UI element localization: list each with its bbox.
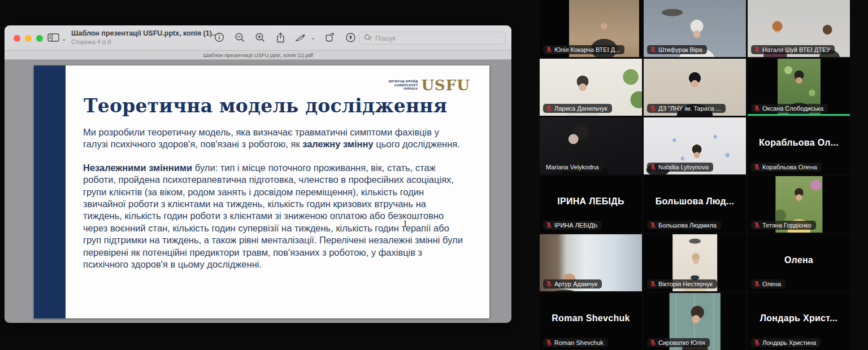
minimize-button[interactable]	[25, 35, 32, 42]
participant-tile[interactable]: Nataliia Lytvynova	[644, 117, 746, 174]
participant-tile[interactable]: Корабльова Ол...Корабльова Олена	[748, 117, 850, 174]
participant-name-text: Корабльова Олена	[762, 164, 817, 170]
share-button[interactable]	[275, 32, 286, 43]
highlight-button[interactable]	[345, 32, 356, 43]
participant-tile[interactable]: Вікторія Нестерчук	[644, 234, 746, 291]
participant-center-name: Roman Shevchuk	[540, 313, 642, 323]
muted-mic-icon	[546, 105, 552, 112]
muted-mic-icon	[650, 105, 656, 112]
muted-mic-icon	[754, 105, 760, 112]
slide-paragraph: Ми розробили теоретичну модель, яка визн…	[83, 126, 465, 151]
participant-tile[interactable]: Наталя Шуй ВТЕІ ДТЕУ	[748, 0, 850, 57]
search-input[interactable]	[375, 34, 501, 42]
pdf-viewer-area: ЗИГМУНД ФРОЙД УНІВЕРСИТЕТ УКРАЇНА USFU Т…	[5, 60, 511, 322]
participant-tile[interactable]: Юлія Кокарча ВТЕІ Д...	[540, 0, 642, 57]
muted-mic-icon	[650, 46, 656, 53]
participant-name-label: Наталя Шуй ВТЕІ ДТЕУ	[751, 45, 835, 54]
participant-name-label: Roman Shevchuk	[543, 338, 608, 347]
muted-mic-icon	[546, 339, 552, 346]
participant-name-label: Олена	[751, 279, 785, 288]
participant-name-label: ДЗ "ЛНУ ім. Тараса ...	[647, 104, 726, 113]
muted-mic-icon	[650, 222, 656, 229]
muted-mic-icon	[754, 46, 760, 53]
participant-tile[interactable]: ДЗ "ЛНУ ім. Тараса ...	[644, 59, 746, 116]
participant-name-text: Артур Адамчук	[554, 281, 597, 287]
participant-tile[interactable]: Mariana Velykodna	[540, 117, 642, 174]
zoom-in-button[interactable]	[254, 32, 266, 43]
preview-window: ⌄ Шаблон презентації USFU.pptx, копія (1…	[5, 25, 511, 323]
page-indicator: Сторінка 4 із 8	[71, 38, 215, 45]
slide-title: Теоретична модель дослідження	[84, 95, 479, 117]
participant-name-text: ІРИНА ЛЕБІДЬ	[554, 222, 597, 229]
participant-tile[interactable]: Сироватко Юлія	[644, 293, 746, 350]
participant-center-name: Лондарь Христ...	[748, 313, 850, 323]
chevron-down-icon: ⌄	[62, 36, 66, 42]
participant-name-text: Наталя Шуй ВТЕІ ДТЕУ	[762, 46, 830, 53]
participant-name-text: Штифурак Віра	[658, 46, 702, 53]
participant-name-label: Корабльова Олена	[751, 163, 822, 172]
search-field[interactable]	[359, 32, 506, 45]
zoom-out-button[interactable]	[234, 32, 245, 43]
participant-tile[interactable]: Артур Адамчук	[540, 234, 642, 291]
logo-abbr: USFU	[421, 77, 470, 94]
participant-tile[interactable]: Оксана Слободиська	[748, 59, 850, 116]
participant-name-text: Лариса Данильчук	[554, 105, 607, 112]
participant-name-label: Nataliia Lytvynova	[647, 163, 713, 172]
participant-name-label: ІРИНА ЛЕБІДЬ	[543, 221, 602, 230]
participant-tile[interactable]: ОленаОлена	[748, 234, 850, 291]
participant-name-label: Артур Адамчук	[543, 279, 602, 288]
participant-tile[interactable]: Тетяна Гордієнко	[748, 176, 850, 233]
participant-name-text: Лондарь Христина	[762, 339, 816, 346]
close-button[interactable]	[14, 35, 20, 42]
participant-name-text: ДЗ "ЛНУ ім. Тараса ...	[658, 105, 721, 112]
participant-name-label: Большова Людмила	[647, 221, 721, 230]
muted-mic-icon	[650, 339, 656, 346]
participants-grid: Юлія Кокарча ВТЕІ Д...Штифурак ВіраНатал…	[540, 0, 850, 350]
info-button[interactable]	[214, 32, 225, 43]
participant-name-text: Nataliia Lytvynova	[658, 164, 709, 170]
logo-line: УКРАЇНА	[388, 87, 418, 91]
participant-name-text: Оксана Слободиська	[762, 105, 823, 112]
participant-tile[interactable]: Лариса Данильчук	[540, 59, 642, 116]
participant-center-name: Корабльова Ол...	[748, 138, 850, 148]
participant-name-text: Roman Shevchuk	[554, 339, 604, 346]
participant-name-label: Mariana Velykodna	[543, 163, 604, 172]
participant-name-text: Большова Людмила	[658, 222, 717, 229]
participant-name-label: Оксана Слободиська	[751, 104, 828, 113]
participant-tile[interactable]: Штифурак Віра	[644, 0, 746, 57]
muted-mic-icon	[650, 164, 656, 170]
participant-tile[interactable]: ІРИНА ЛЕБІДЬІРИНА ЛЕБІДЬ	[540, 176, 642, 233]
participant-tile[interactable]: Лондарь Христ...Лондарь Христина	[748, 293, 850, 350]
usfu-logo: ЗИГМУНД ФРОЙД УНІВЕРСИТЕТ УКРАЇНА USFU	[388, 77, 470, 94]
muted-mic-icon	[754, 164, 760, 170]
fullscreen-button[interactable]	[36, 35, 43, 42]
participant-name-text: Mariana Velykodna	[546, 164, 599, 170]
sidebar-icon	[47, 33, 59, 45]
participant-name-text: Тетяна Гордієнко	[762, 222, 811, 229]
markup-pen-button[interactable]	[295, 32, 306, 43]
participant-tile[interactable]: Большова Люд...Большова Людмила	[644, 176, 746, 233]
slide-paragraph: Незалежними змінними були: тип і місце п…	[83, 162, 465, 271]
slide-body: Ми розробили теоретичну модель, яка визн…	[83, 126, 465, 282]
participant-tile[interactable]: Roman ShevchukRoman Shevchuk	[540, 293, 642, 350]
participant-center-name: ІРИНА ЛЕБІДЬ	[540, 196, 642, 207]
sidebar-toggle-button[interactable]: ⌄	[47, 33, 66, 45]
filename-strip: Шаблон презентації USFU.pptx, копія (1).…	[5, 51, 511, 60]
muted-mic-icon	[754, 222, 760, 229]
participant-name-label: Сироватко Юлія	[647, 338, 710, 347]
markup-chevron-icon[interactable]: ⌄	[311, 34, 315, 41]
participant-name-text: Юлія Кокарча ВТЕІ Д...	[554, 46, 620, 53]
participant-name-text: Сироватко Юлія	[658, 339, 705, 346]
muted-mic-icon	[546, 222, 552, 229]
slide-page: ЗИГМУНД ФРОЙД УНІВЕРСИТЕТ УКРАЇНА USFU Т…	[34, 65, 489, 318]
logo-line: ЗИГМУНД ФРОЙД	[388, 80, 418, 84]
document-title: Шаблон презентації USFU.pptx, копія (1).…	[71, 29, 215, 37]
rotate-button[interactable]	[324, 32, 336, 43]
muted-mic-icon	[546, 281, 552, 287]
participant-name-label: Юлія Кокарча ВТЕІ Д...	[543, 45, 624, 54]
participant-name-label: Тетяна Гордієнко	[751, 221, 816, 230]
slide-accent-band	[34, 65, 66, 318]
participant-name-label: Штифурак Віра	[647, 45, 707, 54]
window-titlebar[interactable]: ⌄ Шаблон презентації USFU.pptx, копія (1…	[5, 25, 511, 51]
search-icon	[364, 33, 372, 43]
